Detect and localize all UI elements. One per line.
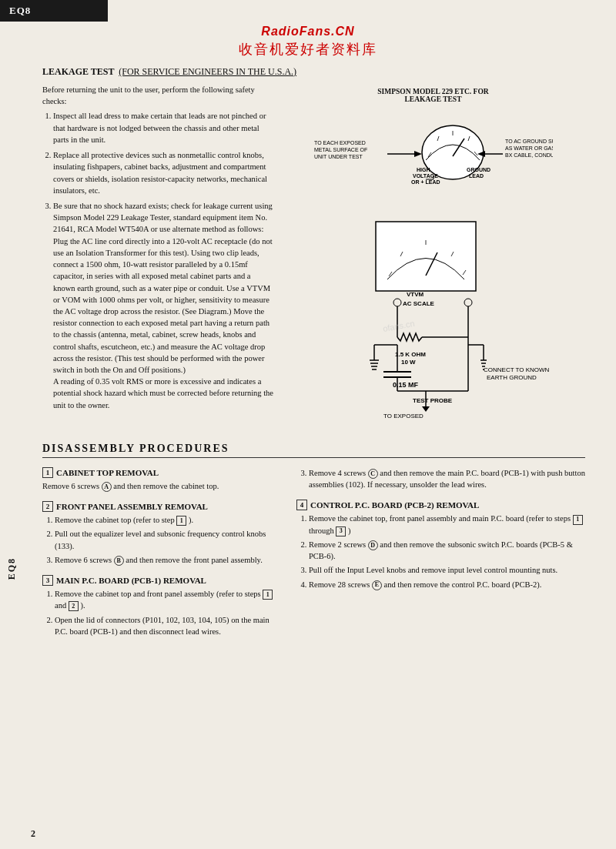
disassembly-columns: 1 CABINET TOP REMOVAL Remove 6 screws A … — [42, 467, 585, 647]
svg-text:AS WATER OR GAS PIPE,: AS WATER OR GAS PIPE, — [505, 145, 553, 151]
ref-box-2: 2 — [69, 601, 79, 611]
screw-e: E — [372, 580, 382, 590]
page-number: 2 — [31, 828, 35, 840]
step-3-cont-item: Remove 4 screws C and then remove the ma… — [309, 467, 585, 490]
sidebar-label: EQ8 — [6, 557, 18, 580]
step-1-header: 1 CABINET TOP REMOVAL — [42, 467, 281, 478]
step-4-number: 4 — [296, 500, 307, 510]
svg-text:METAL SURFACE OF: METAL SURFACE OF — [314, 147, 367, 152]
diagram-top-label: SIMPSON MODEL 229 ETC. FOR LEAKAGE TEST — [281, 88, 585, 103]
svg-point-34 — [464, 299, 472, 306]
svg-text:10 W: 10 W — [401, 359, 416, 366]
svg-text:OR + LEAD: OR + LEAD — [411, 179, 440, 185]
svg-point-32 — [393, 299, 401, 306]
svg-marker-4 — [414, 151, 422, 157]
svg-text:ofans.cn: ofans.cn — [382, 319, 415, 333]
header-bar: EQ8 — [0, 0, 108, 22]
ref-box-1a: 1 — [263, 590, 273, 600]
svg-text:TO AC GROUND SUCH: TO AC GROUND SUCH — [505, 139, 553, 144]
step-3-number: 3 — [42, 575, 53, 586]
meter-svg: TO EACH EXPOSED METAL SURFACE OF UNIT UN… — [314, 106, 553, 206]
step-1-number: 1 — [42, 467, 53, 478]
leakage-intro: Before returning the unit to the user, p… — [42, 84, 273, 107]
leakage-title: LEAKAGE TEST (FOR SERVICE ENGINEERS IN T… — [42, 66, 585, 78]
step-3-header: 3 MAIN P.C. BOARD (PCB-1) REMOVAL — [42, 575, 281, 586]
svg-text:TO EXPOSED: TO EXPOSED — [383, 413, 424, 418]
svg-text:TO EACH EXPOSED: TO EACH EXPOSED — [314, 140, 366, 145]
leakage-item-1: Inspect all lead dress to make certain t… — [53, 110, 273, 145]
leakage-right: SIMPSON MODEL 229 ETC. FOR LEAKAGE TEST … — [281, 84, 585, 418]
step-2-block: 2 FRONT PANEL ASSEMBLY REMOVAL Remove th… — [42, 501, 281, 566]
watermark-cn: 收音机爱好者资料库 — [0, 38, 616, 60]
svg-text:GROUND: GROUND — [467, 167, 490, 172]
step-1-block: 1 CABINET TOP REMOVAL Remove 6 screws A … — [42, 467, 281, 492]
circuit-svg: VTVM AC SCALE — [314, 218, 553, 418]
disassembly-title: DISASSEMBLY PROCEDURES — [42, 443, 585, 458]
svg-text:TEST PROBE: TEST PROBE — [413, 397, 453, 404]
step-1-title: CABINET TOP REMOVAL — [56, 468, 159, 477]
diagram-bottom: VTVM AC SCALE — [281, 218, 585, 418]
step-3-item-2: Open the lid of connectors (P101, 102, 1… — [55, 614, 281, 637]
step-4-item-3: Pull off the Input Level knobs and remov… — [309, 564, 585, 576]
header-label: EQ8 — [9, 5, 31, 17]
diagram-top: SIMPSON MODEL 229 ETC. FOR LEAKAGE TEST … — [281, 88, 585, 206]
step-3-body: Remove the cabinet top and front panel a… — [42, 588, 281, 637]
screw-d: D — [368, 540, 378, 550]
main-content: LEAKAGE TEST (FOR SERVICE ENGINEERS IN T… — [0, 60, 616, 424]
svg-text:1.5 K OHM: 1.5 K OHM — [395, 351, 426, 358]
step-2-title: FRONT PANEL ASSEMBLY REMOVAL — [56, 502, 208, 511]
ref-box-1b: 1 — [573, 515, 583, 525]
leakage-left: Before returning the unit to the user, p… — [42, 84, 273, 418]
page: EQ8 RadioFans.CN 收音机爱好者资料库 LEAKAGE TEST … — [0, 0, 616, 849]
svg-marker-52 — [422, 406, 430, 412]
disassembly-left: 1 CABINET TOP REMOVAL Remove 6 screws A … — [42, 467, 281, 647]
leakage-section: Before returning the unit to the user, p… — [42, 84, 585, 418]
screw-a: A — [102, 482, 112, 492]
step-2-item-1: Remove the cabinet top (refer to step 1 … — [55, 514, 281, 526]
step-3-item-1: Remove the cabinet top and front panel a… — [55, 588, 281, 611]
svg-text:HIGH: HIGH — [417, 167, 430, 172]
ref-box-1: 1 — [176, 516, 186, 526]
step-2-item-2: Pull out the equalizer level and subsoni… — [55, 528, 281, 551]
step-2-item-3: Remove 6 screws B and then remove the fr… — [55, 554, 281, 566]
svg-text:UNIT UNDER TEST: UNIT UNDER TEST — [314, 154, 363, 159]
step-3-cont-body: Remove 4 screws C and then remove the ma… — [296, 467, 585, 490]
leakage-list: Inspect all lead dress to make certain t… — [42, 110, 273, 410]
step-2-body: Remove the cabinet top (refer to step 1 … — [42, 514, 281, 566]
svg-text:EARTH GROUND: EARTH GROUND — [487, 374, 537, 381]
step-1-body: Remove 6 screws A and then remove the ca… — [42, 480, 281, 492]
step-3-cont-block: Remove 4 screws C and then remove the ma… — [296, 467, 585, 490]
step-4-block: 4 CONTROL P.C. BOARD (PCB-2) REMOVAL Rem… — [296, 500, 585, 590]
disassembly-section: DISASSEMBLY PROCEDURES 1 CABINET TOP REM… — [0, 443, 616, 647]
disassembly-right: Remove 4 screws C and then remove the ma… — [296, 467, 585, 647]
svg-rect-24 — [376, 222, 476, 291]
svg-text:CONNECT TO KNOWN: CONNECT TO KNOWN — [484, 366, 550, 373]
watermark-en: RadioFans.CN — [0, 22, 616, 38]
step-4-item-1: Remove the cabinet top, front panel asse… — [309, 513, 585, 536]
step-4-title: CONTROL P.C. BOARD (PCB-2) REMOVAL — [310, 500, 479, 510]
step-2-header: 2 FRONT PANEL ASSEMBLY REMOVAL — [42, 501, 281, 512]
svg-text:0.15 MF: 0.15 MF — [393, 381, 419, 389]
step-4-header: 4 CONTROL P.C. BOARD (PCB-2) REMOVAL — [296, 500, 585, 510]
screw-b: B — [114, 556, 124, 566]
step-3-title: MAIN P.C. BOARD (PCB-1) REMOVAL — [56, 576, 206, 585]
svg-text:VOLTAGE: VOLTAGE — [413, 173, 438, 179]
step-2-number: 2 — [42, 501, 53, 512]
leakage-item-2: Replace all protective devices such as n… — [53, 149, 273, 196]
step-4-body: Remove the cabinet top, front panel asse… — [296, 513, 585, 590]
svg-text:BX CABLE, CONDUIT, ETC.: BX CABLE, CONDUIT, ETC. — [505, 152, 553, 158]
svg-text:LEAD: LEAD — [469, 173, 484, 179]
screw-c: C — [368, 469, 378, 479]
svg-text:VTVM: VTVM — [407, 291, 424, 298]
leakage-item-3: Be sure that no shock hazard exists; che… — [53, 200, 273, 411]
step-4-item-4: Remove 28 screws E and then remove the c… — [309, 579, 585, 590]
step-3-block: 3 MAIN P.C. BOARD (PCB-1) REMOVAL Remove… — [42, 575, 281, 637]
svg-text:AC SCALE: AC SCALE — [403, 300, 435, 307]
step-4-item-2: Remove 2 screws D and then remove the su… — [309, 539, 585, 562]
ref-box-3: 3 — [336, 526, 346, 536]
